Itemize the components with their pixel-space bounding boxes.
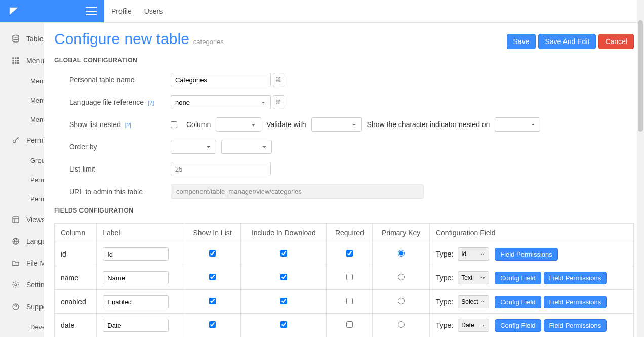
column-select[interactable]: [216, 117, 261, 132]
logo-icon[interactable]: [0, 0, 28, 23]
url-admin-value: component/table_manager/view/categories: [171, 184, 424, 199]
show-checkbox-0[interactable]: [209, 250, 216, 257]
fields-config-heading: FIELDS CONFIGURATION: [54, 207, 634, 214]
field-permissions-button-3[interactable]: Field Permissions: [544, 319, 607, 332]
config-field-button-2[interactable]: Config Field: [495, 296, 541, 308]
col-header-label: Label: [97, 224, 184, 242]
download-checkbox-1[interactable]: [280, 274, 287, 280]
cancel-button[interactable]: Cancel: [598, 34, 634, 49]
config-field-button-1[interactable]: Config Field: [495, 272, 541, 284]
sidebar-item-13[interactable]: Support: [0, 296, 44, 317]
type-select-0[interactable]: Id: [458, 247, 489, 261]
cell-column: id: [55, 242, 97, 266]
validate-with-select[interactable]: [311, 117, 362, 132]
required-checkbox-2[interactable]: [346, 298, 353, 304]
lang-ref-help-icon[interactable]: [?]: [148, 100, 154, 106]
personal-table-name-input[interactable]: [171, 73, 271, 87]
label-input-1[interactable]: [103, 271, 169, 284]
order-by-label: Order by: [54, 143, 171, 151]
save-button[interactable]: Save: [507, 34, 536, 49]
label-input-0[interactable]: [103, 247, 169, 261]
show-checkbox-3[interactable]: [209, 321, 216, 328]
field-permissions-button-1[interactable]: Field Permissions: [544, 272, 607, 284]
sidebar-icon-1: [11, 56, 20, 65]
scrollbar[interactable]: [637, 0, 644, 337]
sidebar-label: Menus: [26, 57, 44, 65]
list-limit-label: List limit: [54, 165, 171, 173]
label-input-2[interactable]: [103, 295, 169, 308]
download-checkbox-0[interactable]: [280, 250, 287, 257]
show-checkbox-1[interactable]: [209, 274, 216, 280]
sidebar-item-11[interactable]: File Manager: [0, 252, 44, 274]
type-label: Type:: [436, 321, 453, 329]
sidebar-item-5[interactable]: Permissions: [0, 129, 44, 151]
type-select-3[interactable]: Date: [458, 319, 489, 332]
sidebar-item-2[interactable]: Menu 1: [0, 71, 44, 91]
pk-radio-0[interactable]: [398, 250, 405, 257]
char-indicator-select[interactable]: [495, 117, 540, 132]
table-row: enabled Type: Select Config Field Field …: [55, 290, 634, 314]
sidebar-item-10[interactable]: Languages: [0, 230, 44, 252]
cell-column: date: [55, 314, 97, 338]
pk-radio-2[interactable]: [398, 298, 405, 304]
topnav-users[interactable]: Users: [144, 7, 163, 15]
required-checkbox-0[interactable]: [346, 250, 353, 257]
sidebar-label: Tables: [26, 35, 44, 43]
sidebar-label: Permissions: [26, 136, 44, 144]
download-checkbox-2[interactable]: [280, 298, 287, 304]
show-list-nested-help-icon[interactable]: [?]: [125, 122, 131, 128]
svg-rect-4: [12, 60, 14, 61]
sidebar-label: Views: [26, 216, 44, 224]
save-and-edit-button[interactable]: Save And Edit: [538, 34, 596, 49]
sidebar-item-12[interactable]: Settings: [0, 274, 44, 296]
order-by-field-select[interactable]: [171, 140, 216, 154]
type-select-1[interactable]: Text: [458, 271, 489, 284]
sidebar-label: File Manager: [26, 259, 44, 267]
topnav-profile[interactable]: Profile: [111, 7, 132, 15]
svg-point-13: [15, 284, 17, 286]
table-row: date Type: Date Config Field Field Permi…: [55, 314, 634, 338]
pk-radio-3[interactable]: [398, 321, 405, 328]
hamburger-menu-button[interactable]: [78, 0, 104, 23]
svg-rect-9: [17, 62, 19, 63]
sidebar-item-14[interactable]: Developer: [0, 317, 44, 336]
lang-ref-select[interactable]: none: [171, 95, 271, 109]
col-header-column: Column: [55, 224, 97, 242]
field-permissions-button-0[interactable]: Field Permissions: [495, 248, 558, 261]
sidebar-item-1[interactable]: Menus: [0, 50, 44, 71]
order-by-dir-select[interactable]: [221, 140, 272, 154]
sidebar-item-9[interactable]: Views: [0, 208, 44, 230]
sidebar-label: Support: [26, 303, 44, 311]
page-title: Configure new table: [54, 30, 189, 48]
type-label: Type:: [436, 298, 453, 306]
personal-table-name-label: Personal table name: [54, 76, 171, 84]
svg-rect-7: [12, 62, 14, 63]
sidebar-item-6[interactable]: Groups: [0, 151, 44, 170]
sidebar-item-0[interactable]: Tables: [0, 28, 44, 50]
sidebar-item-7[interactable]: Permissions: [0, 170, 44, 189]
show-list-nested-checkbox[interactable]: [171, 121, 177, 128]
label-input-3[interactable]: [103, 319, 169, 332]
lang-button-1[interactable]: 漢: [273, 73, 284, 87]
lang-button-2[interactable]: 漢: [273, 95, 284, 109]
show-checkbox-2[interactable]: [209, 298, 216, 304]
sidebar-item-4[interactable]: Menu 3: [0, 110, 44, 129]
download-checkbox-3[interactable]: [280, 321, 287, 328]
config-field-button-3[interactable]: Config Field: [495, 319, 541, 332]
cell-column: enabled: [55, 290, 97, 314]
type-select-2[interactable]: Select: [458, 295, 489, 308]
pk-radio-1[interactable]: [398, 274, 405, 280]
list-limit-input[interactable]: [171, 162, 271, 176]
sidebar-label: Menu 1: [30, 77, 44, 85]
svg-rect-1: [12, 57, 14, 59]
required-checkbox-1[interactable]: [346, 274, 353, 280]
sidebar-item-8[interactable]: Permissions: [0, 189, 44, 208]
col-header-show: Show In List: [184, 224, 241, 242]
field-permissions-button-2[interactable]: Field Permissions: [544, 296, 607, 308]
required-checkbox-3[interactable]: [346, 321, 353, 328]
sidebar-item-3[interactable]: Menu 2: [0, 91, 44, 110]
sidebar-icon-13: [11, 302, 20, 311]
page-subtitle: categories: [193, 38, 224, 46]
show-char-indicator-label: Show the character indicator nested on: [367, 120, 490, 129]
sidebar-icon-0: [11, 34, 20, 44]
